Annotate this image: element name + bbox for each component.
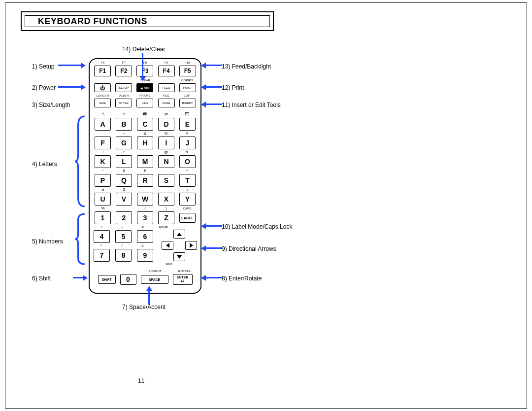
feed-key[interactable]: FEED <box>158 83 175 92</box>
num-key[interactable]: 7 <box>94 249 110 262</box>
sym: & <box>179 150 195 154</box>
letter-key[interactable]: R <box>137 174 153 187</box>
num-key[interactable]: 4 <box>94 230 110 243</box>
letter-key[interactable]: J <box>179 137 196 149</box>
letter-key[interactable]: W <box>137 193 153 206</box>
setup-key[interactable]: SETUP <box>115 83 132 92</box>
letter-key[interactable]: U <box>95 193 111 206</box>
space-key[interactable]: SPACE <box>141 275 168 284</box>
num-key[interactable]: 3 <box>137 211 153 224</box>
arrow-left-key[interactable] <box>162 241 173 250</box>
zero-key[interactable]: 0 <box>120 274 136 285</box>
letter-key[interactable]: Q <box>116 174 132 187</box>
sym: * <box>94 243 109 248</box>
num-key[interactable]: 8 <box>115 249 132 262</box>
letter-key[interactable]: L <box>116 155 132 168</box>
sym: + <box>94 225 109 229</box>
letter-row: A B C D E <box>90 118 200 131</box>
sym: . <box>159 169 174 173</box>
callout-9: 9) Directional Arrows <box>222 245 276 252</box>
sym: ^ <box>179 169 195 173</box>
brace-numbers <box>75 213 86 265</box>
letter-key[interactable]: N <box>158 155 174 168</box>
callout-3: 3) Size/Length <box>32 102 70 108</box>
letter-key[interactable]: B <box>116 118 132 131</box>
section-heading-box: KEYBOARD FUNCTIONS <box>21 11 274 31</box>
callout-14: 14) Delete/Clear <box>122 46 165 53</box>
fn-key[interactable]: F5 <box>179 66 196 76</box>
delete-key[interactable]: ◀ DEL <box>136 83 153 92</box>
letter-key[interactable]: X <box>158 193 174 206</box>
letter-key[interactable]: E <box>179 118 196 131</box>
ctl-upper-label: FILE <box>158 94 174 97</box>
bottom-upper: ACCENT <box>142 270 168 273</box>
letter-key[interactable]: H <box>137 137 153 149</box>
sym: ɸ <box>137 131 153 136</box>
num-row: 1 2 3 Z LABEL <box>90 211 200 224</box>
fn-upper-label: F8 <box>137 61 153 64</box>
fn-key[interactable]: F4 <box>158 66 175 76</box>
power-key[interactable]: ⏻ <box>94 83 111 92</box>
letter-key[interactable]: I <box>158 137 174 149</box>
fn-upper-label: F10 <box>179 61 195 64</box>
num-key[interactable]: 2 <box>116 211 132 224</box>
sym: : <box>116 206 132 210</box>
triangle-down-icon <box>177 255 182 259</box>
sym: / <box>114 243 130 248</box>
fn-key[interactable]: F1 <box>94 66 111 76</box>
ctl-upper-label: FRAME <box>137 94 153 97</box>
num-key[interactable]: 5 <box>115 230 132 243</box>
letter-key[interactable]: S <box>158 174 174 187</box>
letter-key[interactable]: D <box>158 118 174 131</box>
style-key[interactable]: STYLE <box>115 99 132 107</box>
callout-6: 6) Shift <box>32 275 51 282</box>
sym: HOME <box>156 226 171 229</box>
bottom-upper-row: ACCENT ROTATE <box>90 270 200 273</box>
num-key[interactable]: 1 <box>95 211 111 224</box>
letter-key[interactable]: T <box>179 174 196 187</box>
callout-8: 8) Enter/Rotate <box>222 275 262 282</box>
ctl-upper-label: LENGTH <box>95 94 111 97</box>
letter-key[interactable]: O <box>179 155 196 168</box>
callout-5: 5) Numbers <box>32 238 63 245</box>
fn-upper-label: F6 <box>95 61 111 64</box>
label-key[interactable]: LABEL <box>179 213 196 223</box>
sym: ( <box>137 206 153 210</box>
letter-key[interactable]: M <box>137 155 153 168</box>
print-key[interactable]: PRINT <box>179 83 196 92</box>
arrow-up-key[interactable] <box>173 230 185 239</box>
fn-key-row: F1 F2 F3 F4 F5 <box>90 66 200 76</box>
letter-key[interactable]: V <box>116 193 132 206</box>
letter-key[interactable]: P <box>95 174 111 187</box>
line-key[interactable]: LINE <box>136 99 153 107</box>
fn-upper-row: F6 F7 F8 F9 F10 <box>90 61 200 64</box>
sym-row: " $ € . ^ <box>90 169 200 173</box>
page-key[interactable]: PAGE <box>158 99 175 107</box>
num-key[interactable]: 6 <box>137 230 153 243</box>
letter-key[interactable]: A <box>95 118 111 131</box>
num-key[interactable]: 9 <box>137 249 153 262</box>
letter-key[interactable]: K <box>95 155 111 168</box>
sym: % <box>96 206 111 210</box>
letter-key[interactable]: Z <box>158 211 174 224</box>
bottom-upper: ROTATE <box>175 270 194 273</box>
shift-key[interactable]: SHIFT <box>98 275 116 284</box>
fn-key[interactable]: F3 <box>136 66 153 76</box>
sym: 2 <box>116 187 132 192</box>
letter-key[interactable]: G <box>116 137 132 149</box>
letter-key[interactable]: F <box>95 137 111 149</box>
sym: # <box>135 243 150 248</box>
sym: \ <box>179 187 195 192</box>
letter-key[interactable]: C <box>137 118 153 131</box>
sym: ☎ <box>137 112 153 116</box>
fn-key[interactable]: F2 <box>115 66 132 76</box>
size-key[interactable]: SIZE <box>94 99 111 107</box>
section-heading-inner: KEYBOARD FUNCTIONS <box>25 15 270 27</box>
ctl-upper-label: EDIT <box>179 94 195 97</box>
sym-row: ± 2 \ <box>90 187 200 192</box>
arrow-right-key[interactable] <box>185 241 197 250</box>
arrow-down-key[interactable] <box>173 252 185 261</box>
letter-key[interactable]: Y <box>179 193 196 206</box>
insert-key[interactable]: INSERT <box>179 99 196 107</box>
enter-key[interactable]: ENTER ↵ <box>173 274 193 285</box>
